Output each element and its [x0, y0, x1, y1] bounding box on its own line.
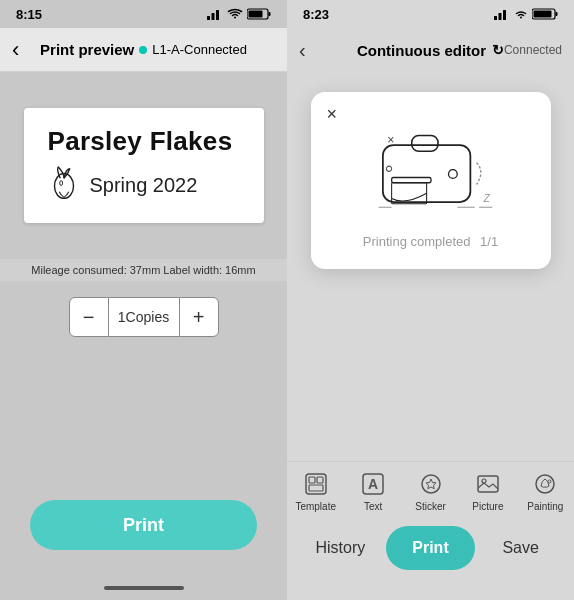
- right-print-button[interactable]: Print: [386, 526, 476, 570]
- svg-point-32: [422, 475, 440, 493]
- svg-rect-16: [411, 136, 437, 152]
- template-label: Template: [295, 501, 336, 512]
- right-signal-icon: [494, 8, 510, 20]
- mileage-bar: Mileage consumed: 37mm Label width: 16mm: [0, 259, 287, 281]
- wifi-icon: [227, 8, 243, 20]
- left-status-bar: 8:15: [0, 0, 287, 28]
- svg-rect-13: [556, 12, 558, 16]
- right-panel: 8:23 ‹ Continuous editor ↻: [287, 0, 574, 600]
- svg-rect-9: [494, 16, 497, 20]
- right-time: 8:23: [303, 7, 329, 22]
- right-status-bar: 8:23: [287, 0, 574, 28]
- battery-icon: [247, 8, 271, 20]
- svg-rect-1: [212, 13, 215, 20]
- painting-icon: [531, 470, 559, 498]
- history-button[interactable]: History: [303, 526, 378, 570]
- right-bottom-bar: History Print Save: [287, 516, 574, 586]
- svg-rect-10: [499, 13, 502, 20]
- left-preview-area: Parsley Flakes Spring 2022: [0, 72, 287, 259]
- right-home-indicator: [287, 586, 574, 600]
- label-row: Spring 2022: [48, 165, 198, 205]
- toolbar-item-text[interactable]: A Text: [344, 470, 401, 512]
- svg-rect-0: [207, 16, 210, 20]
- right-wifi-icon: [513, 8, 529, 20]
- template-icon: [302, 470, 330, 498]
- svg-rect-3: [221, 8, 224, 20]
- plus-button[interactable]: +: [179, 297, 219, 337]
- right-toolbar: Template A Text Sticker: [287, 461, 574, 516]
- left-time: 8:15: [16, 7, 42, 22]
- svg-rect-29: [309, 485, 323, 491]
- right-connected-label: Connected: [504, 43, 562, 57]
- svg-point-21: [386, 166, 391, 171]
- left-status-icons: [207, 8, 271, 20]
- label-subtitle: Spring 2022: [90, 174, 198, 197]
- right-battery-icon: [532, 8, 558, 20]
- left-header: ‹ Print preview L1-A-Connected: [0, 28, 287, 72]
- left-header-title: Print preview L1-A-Connected: [40, 41, 247, 58]
- carrot-icon: [48, 165, 80, 205]
- left-back-button[interactable]: ‹: [12, 39, 19, 61]
- svg-rect-28: [317, 477, 323, 483]
- svg-rect-33: [478, 476, 498, 492]
- picture-label: Picture: [472, 501, 503, 512]
- label-title: Parsley Flakes: [48, 126, 233, 157]
- print-dialog: × × Z: [311, 92, 551, 269]
- svg-point-8: [59, 181, 62, 186]
- connected-dot: [139, 46, 147, 54]
- svg-rect-2: [216, 10, 219, 20]
- print-status: Printing completed 1/1: [363, 234, 498, 249]
- sticker-label: Sticker: [415, 501, 446, 512]
- svg-rect-27: [309, 477, 315, 483]
- svg-rect-11: [503, 10, 506, 20]
- svg-rect-6: [249, 11, 263, 18]
- painting-label: Painting: [527, 501, 563, 512]
- left-print-label: Print: [123, 515, 164, 536]
- text-label: Text: [364, 501, 382, 512]
- text-icon: A: [359, 470, 387, 498]
- svg-point-19: [448, 170, 457, 179]
- right-header: ‹ Continuous editor ↻ Connected: [287, 28, 574, 72]
- refresh-icon[interactable]: ↻: [492, 42, 504, 58]
- svg-text:A: A: [368, 476, 378, 492]
- svg-text:×: ×: [387, 133, 394, 147]
- svg-point-35: [536, 475, 554, 493]
- toolbar-item-sticker[interactable]: Sticker: [402, 470, 459, 512]
- label-preview: Parsley Flakes Spring 2022: [24, 108, 264, 223]
- minus-button[interactable]: −: [69, 297, 109, 337]
- copies-section: − 1Copies +: [0, 281, 287, 353]
- toolbar-item-painting[interactable]: Painting: [517, 470, 574, 512]
- left-home-indicator: [0, 580, 287, 600]
- svg-rect-17: [391, 178, 430, 183]
- right-status-icons: [494, 8, 558, 20]
- copies-display: 1Copies: [109, 297, 179, 337]
- right-header-title: Continuous editor ↻: [357, 42, 504, 59]
- left-panel: 8:15 ‹ Print preview: [0, 0, 287, 600]
- svg-point-36: [548, 480, 551, 483]
- home-bar: [104, 586, 184, 590]
- right-content: × × Z: [287, 72, 574, 461]
- dialog-close-button[interactable]: ×: [327, 104, 338, 125]
- signal-icon: [207, 8, 223, 20]
- svg-text:Z: Z: [482, 192, 490, 204]
- sticker-icon: [417, 470, 445, 498]
- toolbar-item-template[interactable]: Template: [287, 470, 344, 512]
- save-button[interactable]: Save: [483, 526, 558, 570]
- toolbar-item-picture[interactable]: Picture: [459, 470, 516, 512]
- svg-rect-5: [269, 12, 271, 16]
- right-back-button[interactable]: ‹: [299, 39, 306, 62]
- printer-illustration: × Z: [361, 112, 501, 222]
- svg-rect-14: [534, 11, 552, 18]
- picture-icon: [474, 470, 502, 498]
- left-print-button[interactable]: Print: [30, 500, 257, 550]
